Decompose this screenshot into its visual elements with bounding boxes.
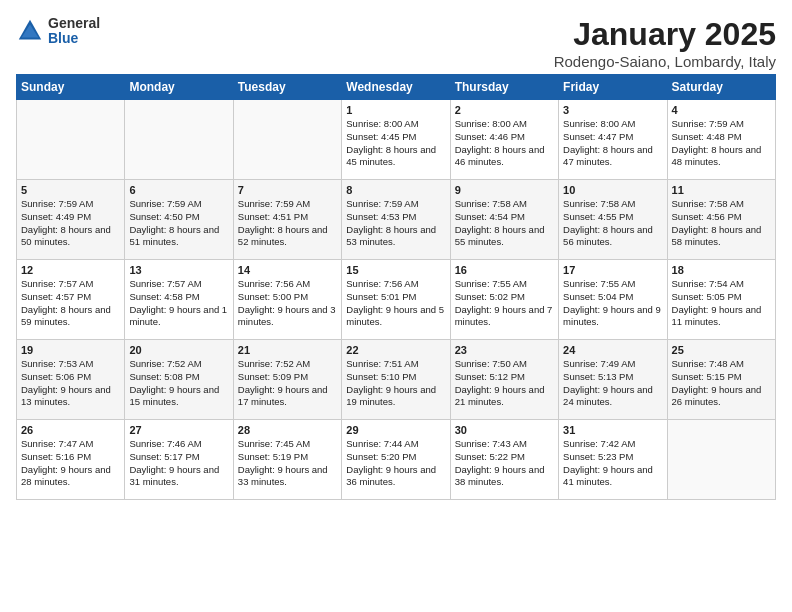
table-row: 25Sunrise: 7:48 AM Sunset: 5:15 PM Dayli…	[667, 340, 775, 420]
table-row: 1Sunrise: 8:00 AM Sunset: 4:45 PM Daylig…	[342, 100, 450, 180]
day-info: Sunrise: 8:00 AM Sunset: 4:45 PM Dayligh…	[346, 118, 445, 169]
day-number: 10	[563, 184, 662, 196]
day-number: 6	[129, 184, 228, 196]
day-number: 29	[346, 424, 445, 436]
day-info: Sunrise: 7:46 AM Sunset: 5:17 PM Dayligh…	[129, 438, 228, 489]
calendar-week-row: 26Sunrise: 7:47 AM Sunset: 5:16 PM Dayli…	[17, 420, 776, 500]
header-saturday: Saturday	[667, 75, 775, 100]
table-row: 23Sunrise: 7:50 AM Sunset: 5:12 PM Dayli…	[450, 340, 558, 420]
day-number: 31	[563, 424, 662, 436]
day-number: 13	[129, 264, 228, 276]
header-sunday: Sunday	[17, 75, 125, 100]
table-row	[667, 420, 775, 500]
day-info: Sunrise: 7:55 AM Sunset: 5:04 PM Dayligh…	[563, 278, 662, 329]
day-info: Sunrise: 7:48 AM Sunset: 5:15 PM Dayligh…	[672, 358, 771, 409]
day-info: Sunrise: 7:56 AM Sunset: 5:01 PM Dayligh…	[346, 278, 445, 329]
logo-general: General	[48, 16, 100, 31]
day-info: Sunrise: 8:00 AM Sunset: 4:47 PM Dayligh…	[563, 118, 662, 169]
day-info: Sunrise: 7:44 AM Sunset: 5:20 PM Dayligh…	[346, 438, 445, 489]
day-number: 27	[129, 424, 228, 436]
day-number: 17	[563, 264, 662, 276]
day-info: Sunrise: 7:57 AM Sunset: 4:57 PM Dayligh…	[21, 278, 120, 329]
day-info: Sunrise: 8:00 AM Sunset: 4:46 PM Dayligh…	[455, 118, 554, 169]
header-thursday: Thursday	[450, 75, 558, 100]
day-number: 8	[346, 184, 445, 196]
calendar-subtitle: Rodengo-Saiano, Lombardy, Italy	[554, 53, 776, 70]
table-row: 5Sunrise: 7:59 AM Sunset: 4:49 PM Daylig…	[17, 180, 125, 260]
day-info: Sunrise: 7:56 AM Sunset: 5:00 PM Dayligh…	[238, 278, 337, 329]
day-info: Sunrise: 7:59 AM Sunset: 4:51 PM Dayligh…	[238, 198, 337, 249]
day-info: Sunrise: 7:59 AM Sunset: 4:53 PM Dayligh…	[346, 198, 445, 249]
day-number: 4	[672, 104, 771, 116]
table-row: 28Sunrise: 7:45 AM Sunset: 5:19 PM Dayli…	[233, 420, 341, 500]
day-number: 22	[346, 344, 445, 356]
logo-text: General Blue	[48, 16, 100, 47]
table-row: 8Sunrise: 7:59 AM Sunset: 4:53 PM Daylig…	[342, 180, 450, 260]
header-wednesday: Wednesday	[342, 75, 450, 100]
logo-blue: Blue	[48, 31, 100, 46]
table-row: 15Sunrise: 7:56 AM Sunset: 5:01 PM Dayli…	[342, 260, 450, 340]
day-info: Sunrise: 7:52 AM Sunset: 5:09 PM Dayligh…	[238, 358, 337, 409]
day-info: Sunrise: 7:42 AM Sunset: 5:23 PM Dayligh…	[563, 438, 662, 489]
day-number: 21	[238, 344, 337, 356]
day-info: Sunrise: 7:58 AM Sunset: 4:54 PM Dayligh…	[455, 198, 554, 249]
table-row	[233, 100, 341, 180]
day-number: 28	[238, 424, 337, 436]
day-info: Sunrise: 7:57 AM Sunset: 4:58 PM Dayligh…	[129, 278, 228, 329]
table-row: 29Sunrise: 7:44 AM Sunset: 5:20 PM Dayli…	[342, 420, 450, 500]
header: General Blue January 2025 Rodengo-Saiano…	[16, 16, 776, 70]
table-row	[17, 100, 125, 180]
day-info: Sunrise: 7:53 AM Sunset: 5:06 PM Dayligh…	[21, 358, 120, 409]
table-row: 6Sunrise: 7:59 AM Sunset: 4:50 PM Daylig…	[125, 180, 233, 260]
table-row: 21Sunrise: 7:52 AM Sunset: 5:09 PM Dayli…	[233, 340, 341, 420]
table-row: 19Sunrise: 7:53 AM Sunset: 5:06 PM Dayli…	[17, 340, 125, 420]
day-info: Sunrise: 7:59 AM Sunset: 4:49 PM Dayligh…	[21, 198, 120, 249]
day-number: 9	[455, 184, 554, 196]
header-friday: Friday	[559, 75, 667, 100]
day-info: Sunrise: 7:52 AM Sunset: 5:08 PM Dayligh…	[129, 358, 228, 409]
day-number: 2	[455, 104, 554, 116]
day-number: 30	[455, 424, 554, 436]
table-row	[125, 100, 233, 180]
day-number: 15	[346, 264, 445, 276]
day-info: Sunrise: 7:59 AM Sunset: 4:50 PM Dayligh…	[129, 198, 228, 249]
day-info: Sunrise: 7:50 AM Sunset: 5:12 PM Dayligh…	[455, 358, 554, 409]
day-info: Sunrise: 7:47 AM Sunset: 5:16 PM Dayligh…	[21, 438, 120, 489]
table-row: 17Sunrise: 7:55 AM Sunset: 5:04 PM Dayli…	[559, 260, 667, 340]
calendar-week-row: 5Sunrise: 7:59 AM Sunset: 4:49 PM Daylig…	[17, 180, 776, 260]
header-monday: Monday	[125, 75, 233, 100]
table-row: 13Sunrise: 7:57 AM Sunset: 4:58 PM Dayli…	[125, 260, 233, 340]
day-info: Sunrise: 7:58 AM Sunset: 4:55 PM Dayligh…	[563, 198, 662, 249]
table-row: 3Sunrise: 8:00 AM Sunset: 4:47 PM Daylig…	[559, 100, 667, 180]
table-row: 7Sunrise: 7:59 AM Sunset: 4:51 PM Daylig…	[233, 180, 341, 260]
table-row: 22Sunrise: 7:51 AM Sunset: 5:10 PM Dayli…	[342, 340, 450, 420]
table-row: 4Sunrise: 7:59 AM Sunset: 4:48 PM Daylig…	[667, 100, 775, 180]
calendar-week-row: 12Sunrise: 7:57 AM Sunset: 4:57 PM Dayli…	[17, 260, 776, 340]
calendar-week-row: 1Sunrise: 8:00 AM Sunset: 4:45 PM Daylig…	[17, 100, 776, 180]
day-number: 5	[21, 184, 120, 196]
day-info: Sunrise: 7:45 AM Sunset: 5:19 PM Dayligh…	[238, 438, 337, 489]
day-info: Sunrise: 7:51 AM Sunset: 5:10 PM Dayligh…	[346, 358, 445, 409]
table-row: 11Sunrise: 7:58 AM Sunset: 4:56 PM Dayli…	[667, 180, 775, 260]
table-row: 12Sunrise: 7:57 AM Sunset: 4:57 PM Dayli…	[17, 260, 125, 340]
day-number: 12	[21, 264, 120, 276]
header-tuesday: Tuesday	[233, 75, 341, 100]
day-number: 14	[238, 264, 337, 276]
table-row: 16Sunrise: 7:55 AM Sunset: 5:02 PM Dayli…	[450, 260, 558, 340]
day-number: 26	[21, 424, 120, 436]
day-info: Sunrise: 7:54 AM Sunset: 5:05 PM Dayligh…	[672, 278, 771, 329]
day-number: 7	[238, 184, 337, 196]
calendar-title: January 2025	[554, 16, 776, 53]
day-number: 18	[672, 264, 771, 276]
day-number: 25	[672, 344, 771, 356]
day-info: Sunrise: 7:59 AM Sunset: 4:48 PM Dayligh…	[672, 118, 771, 169]
calendar-week-row: 19Sunrise: 7:53 AM Sunset: 5:06 PM Dayli…	[17, 340, 776, 420]
table-row: 30Sunrise: 7:43 AM Sunset: 5:22 PM Dayli…	[450, 420, 558, 500]
day-number: 1	[346, 104, 445, 116]
day-number: 20	[129, 344, 228, 356]
table-row: 2Sunrise: 8:00 AM Sunset: 4:46 PM Daylig…	[450, 100, 558, 180]
logo: General Blue	[16, 16, 100, 47]
table-row: 27Sunrise: 7:46 AM Sunset: 5:17 PM Dayli…	[125, 420, 233, 500]
day-info: Sunrise: 7:43 AM Sunset: 5:22 PM Dayligh…	[455, 438, 554, 489]
day-number: 23	[455, 344, 554, 356]
